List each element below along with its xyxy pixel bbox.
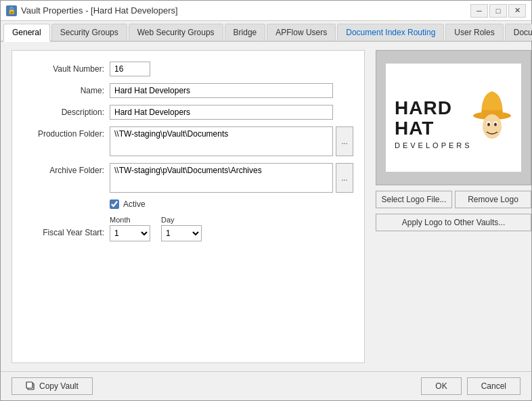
apply-logo-button[interactable]: Apply Logo to Other Vaults...: [376, 214, 531, 231]
active-checkbox[interactable]: [110, 199, 119, 209]
archive-folder-input[interactable]: [110, 163, 333, 193]
svg-rect-11: [26, 382, 32, 388]
logo-buttons-row: Select Logo File... Remove Logo: [376, 191, 531, 208]
logo-preview: HARD HAT DEVELOPERS: [376, 50, 531, 185]
left-panel: Vault Number: Name: Description: Product…: [12, 50, 365, 363]
svg-text:HARD: HARD: [395, 97, 452, 118]
footer-left: Copy Vault: [12, 377, 93, 395]
content-area: Vault Number: Name: Description: Product…: [1, 42, 531, 371]
day-col: Day 1 2 3 4 5: [161, 216, 202, 241]
production-folder-browse-button[interactable]: ...: [336, 126, 353, 156]
fiscal-year-row: Fiscal Year Start: Month 1 2 3 4 5 6 7 8: [23, 216, 353, 241]
svg-point-6: [494, 123, 497, 126]
day-sublabel: Day: [161, 216, 202, 224]
tab-security-groups[interactable]: Security Groups: [51, 24, 127, 41]
remove-logo-button[interactable]: Remove Logo: [455, 191, 531, 208]
maximize-button[interactable]: □: [489, 4, 507, 18]
name-input[interactable]: [110, 83, 333, 98]
archive-folder-browse-button[interactable]: ...: [336, 163, 353, 193]
day-select[interactable]: 1 2 3 4 5: [161, 225, 202, 241]
production-folder-row: Production Folder: ...: [23, 126, 353, 156]
minimize-button[interactable]: ─: [470, 4, 488, 18]
close-button[interactable]: ✕: [508, 4, 526, 18]
vault-number-row: Vault Number:: [23, 62, 353, 76]
svg-text:HAT: HAT: [395, 118, 434, 139]
ok-button[interactable]: OK: [421, 377, 461, 395]
copy-vault-label: Copy Vault: [39, 381, 79, 391]
window-title: Vault Properties - [Hard Hat Developers]: [21, 5, 178, 16]
hard-hat-logo-svg: HARD HAT DEVELOPERS: [389, 67, 518, 168]
month-sublabel: Month: [110, 216, 150, 224]
production-folder-input[interactable]: [110, 126, 333, 156]
main-window: 🔒 Vault Properties - [Hard Hat Developer…: [0, 0, 532, 401]
active-label: Active: [123, 199, 146, 209]
right-panel: HARD HAT DEVELOPERS Select Logo File... …: [376, 50, 531, 363]
svg-point-5: [487, 123, 490, 126]
description-label: Description:: [23, 108, 104, 117]
fiscal-controls: Month 1 2 3 4 5 6 7 8 9 10 11: [110, 216, 202, 241]
tab-apflow-users[interactable]: APFlow Users: [267, 24, 336, 41]
footer: Copy Vault OK Cancel: [1, 371, 531, 400]
title-bar-controls: ─ □ ✕: [470, 4, 526, 18]
title-bar: 🔒 Vault Properties - [Hard Hat Developer…: [1, 1, 531, 21]
tab-user-roles[interactable]: User Roles: [445, 24, 503, 41]
name-label: Name:: [23, 86, 104, 95]
copy-vault-button[interactable]: Copy Vault: [12, 377, 93, 395]
tab-bar: General Security Groups Web Security Gro…: [1, 21, 531, 42]
tab-document-publishing[interactable]: Document Publishing: [505, 24, 532, 41]
footer-right: OK Cancel: [421, 377, 520, 395]
month-select[interactable]: 1 2 3 4 5 6 7 8 9 10 11 12: [110, 225, 150, 241]
select-logo-button[interactable]: Select Logo File...: [376, 191, 452, 208]
description-input[interactable]: [110, 105, 333, 120]
svg-point-2: [483, 114, 502, 139]
cancel-button[interactable]: Cancel: [467, 377, 520, 395]
tab-bridge[interactable]: Bridge: [225, 24, 266, 41]
title-bar-left: 🔒 Vault Properties - [Hard Hat Developer…: [6, 5, 178, 16]
vault-number-input[interactable]: [110, 62, 150, 76]
vault-number-label: Vault Number:: [23, 64, 104, 74]
production-folder-label: Production Folder:: [23, 126, 104, 139]
tab-web-security-groups[interactable]: Web Security Groups: [129, 24, 223, 41]
svg-text:DEVELOPERS: DEVELOPERS: [395, 141, 472, 149]
month-col: Month 1 2 3 4 5 6 7 8 9 10 11: [110, 216, 150, 241]
logo-inner: HARD HAT DEVELOPERS: [386, 64, 521, 172]
description-row: Description:: [23, 105, 353, 120]
copy-icon: [26, 381, 35, 391]
name-row: Name:: [23, 83, 353, 98]
fiscal-year-label: Fiscal Year Start:: [23, 216, 104, 237]
archive-folder-label: Archive Folder:: [23, 163, 104, 175]
tab-general[interactable]: General: [3, 24, 50, 42]
archive-folder-wrap: ...: [110, 163, 353, 193]
tab-document-index-routing[interactable]: Document Index Routing: [337, 24, 444, 41]
archive-folder-row: Archive Folder: ...: [23, 163, 353, 193]
production-folder-wrap: ...: [110, 126, 353, 156]
window-icon: 🔒: [6, 5, 17, 16]
active-row: Active: [23, 199, 353, 209]
